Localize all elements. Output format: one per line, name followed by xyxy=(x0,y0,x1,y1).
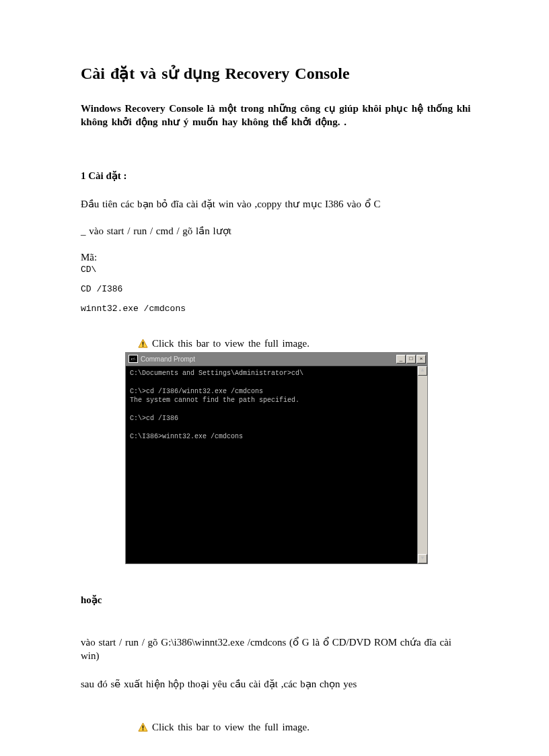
scroll-down-arrow[interactable]: ▼ xyxy=(418,554,427,563)
paragraph-yes: sau đó sẽ xuất hiện hộp thoại yêu cầu cà… xyxy=(81,677,472,691)
expand-image-bar-1[interactable]: Click this bar to view the full image. xyxy=(138,338,472,349)
expand-image-text: Click this bar to view the full image. xyxy=(152,722,309,733)
page-title: Cài đặt và sử dụng Recovery Console xyxy=(81,64,472,83)
paragraph-run-cmd: _ vào start / run / cmd / gõ lần lượt xyxy=(81,225,472,237)
code-line-2: CD /I386 xyxy=(81,284,472,294)
code-label: Mã: xyxy=(81,252,472,263)
code-line-3: winnt32.exe /cmdcons xyxy=(81,304,472,314)
scroll-up-arrow[interactable]: ▲ xyxy=(418,366,427,376)
scrollbar[interactable]: ▲ ▼ xyxy=(417,366,427,563)
or-label: hoặc xyxy=(81,594,472,606)
paragraph-alt-method: vào start / run / gõ G:\i386\winnt32.exe… xyxy=(81,635,472,663)
console-text: C:\Documents and Settings\Administrator>… xyxy=(130,370,303,441)
command-prompt-window: c:\ Command Prompt _ □ × C:\Documents an… xyxy=(125,352,428,564)
expand-image-bar-2[interactable]: Click this bar to view the full image. xyxy=(138,722,472,733)
section-heading-1: 1 Cài đặt : xyxy=(81,170,472,182)
warning-icon xyxy=(138,339,148,349)
intro-paragraph: Windows Recovery Console là một trong nh… xyxy=(81,102,472,129)
window-titlebar: c:\ Command Prompt _ □ × xyxy=(126,353,427,366)
window-title: Command Prompt xyxy=(141,355,396,363)
svg-rect-5 xyxy=(143,730,144,731)
cmd-icon: c:\ xyxy=(129,355,138,363)
expand-image-text: Click this bar to view the full image. xyxy=(152,338,309,349)
svg-rect-2 xyxy=(143,345,144,347)
svg-rect-1 xyxy=(143,341,144,345)
command-prompt-body: C:\Documents and Settings\Administrator>… xyxy=(126,366,427,563)
svg-rect-4 xyxy=(143,726,144,729)
close-button[interactable]: × xyxy=(416,355,426,364)
maximize-button[interactable]: □ xyxy=(406,355,416,364)
minimize-button[interactable]: _ xyxy=(396,355,406,364)
warning-icon xyxy=(138,722,148,732)
paragraph-disk-insert: Đầu tiên các bạn bỏ đĩa cài đặt win vào … xyxy=(81,198,472,210)
code-line-1: CD\ xyxy=(81,265,472,275)
